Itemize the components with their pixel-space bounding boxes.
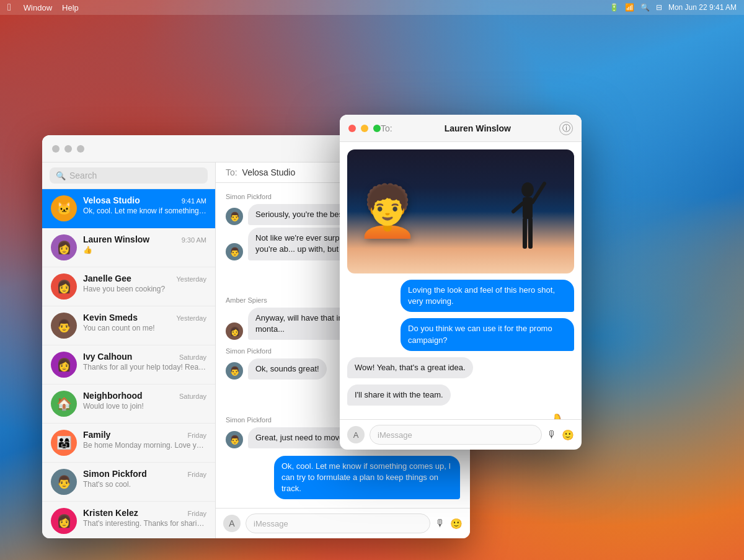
conv-info: Ivy Calhoun Saturday Thanks for all your… bbox=[83, 352, 206, 371]
list-item[interactable]: 🐱 Velosa Studio 9:41 AM Ok, cool. Let me… bbox=[42, 189, 215, 228]
conv-info: Family Friday Be home Monday morning. Lo… bbox=[83, 430, 206, 450]
avatar: 👨 bbox=[51, 469, 77, 495]
input-icons: 🎙 🙂 bbox=[547, 429, 574, 441]
search-input[interactable]: Search bbox=[69, 171, 97, 180]
conv-info: Lauren Winslow 9:30 AM 👍 bbox=[83, 234, 206, 254]
audio-icon[interactable]: 🎙 bbox=[435, 518, 445, 530]
conv-name: Kevin Smeds bbox=[83, 313, 138, 322]
lauren-titlebar: To: Lauren Winslow ⓘ bbox=[340, 115, 582, 142]
window-minimize-button[interactable] bbox=[64, 145, 72, 153]
conv-header: Simon Pickford Friday bbox=[83, 469, 206, 479]
list-item[interactable]: 👨 Simon Pickford Friday That's so cool. bbox=[42, 463, 215, 502]
conv-header: Janelle Gee Yesterday bbox=[83, 273, 206, 283]
avatar: 👨 bbox=[226, 431, 243, 448]
lauren-input-area: A iMessage 🎙 🙂 bbox=[340, 419, 582, 450]
message-bubble: Ok, cool. Let me know if something comes… bbox=[274, 456, 460, 500]
messages-window-lauren: To: Lauren Winslow ⓘ bbox=[340, 115, 582, 450]
lauren-imessage-input[interactable]: iMessage bbox=[370, 425, 542, 445]
conv-info: Kristen Kelez Friday That's interesting.… bbox=[83, 508, 206, 528]
avatar: 👩 bbox=[51, 352, 77, 378]
apple-logo-icon:  bbox=[7, 2, 11, 13]
message-bubble: I'll share it with the team. bbox=[347, 384, 451, 406]
search-menubar-icon[interactable]: 🔍 bbox=[640, 3, 650, 12]
svg-line-4 bbox=[533, 184, 544, 202]
conv-preview: Thanks for all your help today! Really a… bbox=[83, 363, 206, 371]
conv-name: Neighborhood bbox=[83, 391, 143, 401]
conv-info: Velosa Studio 9:41 AM Ok, cool. Let me k… bbox=[83, 195, 206, 215]
conv-time: Friday bbox=[187, 510, 206, 517]
avatar: 👩 bbox=[226, 322, 243, 340]
avatar: 👨 bbox=[51, 313, 77, 339]
menu-bar:  Window Help 🔋 📶 🔍 ⊟ Mon Jun 22 9:41 AM bbox=[0, 0, 744, 15]
window-controls bbox=[52, 145, 84, 153]
list-item[interactable]: 🏠 Neighborhood Saturday Would love to jo… bbox=[42, 384, 215, 424]
silhouette-svg bbox=[506, 177, 549, 273]
conv-name: Velosa Studio bbox=[83, 195, 140, 205]
imessage-placeholder: iMessage bbox=[254, 519, 288, 528]
window-close-button[interactable] bbox=[52, 145, 60, 153]
apps-button[interactable]: A bbox=[347, 426, 365, 443]
list-item[interactable]: 👩 Lauren Winslow 9:30 AM 👍 bbox=[42, 228, 215, 267]
message-bubble: Do you think we can use it for the promo… bbox=[401, 318, 574, 350]
conv-header: Kristen Kelez Friday bbox=[83, 508, 206, 518]
conv-header: Lauren Winslow 9:30 AM bbox=[83, 234, 206, 244]
list-item[interactable]: 👨‍👩‍👧 Family Friday Be home Monday morni… bbox=[42, 424, 215, 463]
conv-time: Saturday bbox=[179, 393, 206, 400]
apps-button[interactable]: A bbox=[223, 515, 241, 532]
conv-info: Simon Pickford Friday That's so cool. bbox=[83, 469, 206, 489]
conv-preview: Be home Monday morning. Love you all! bbox=[83, 441, 206, 450]
emoji-icon[interactable]: 🙂 bbox=[562, 429, 574, 441]
emoji-icon[interactable]: 🙂 bbox=[450, 518, 463, 530]
search-input-wrapper[interactable]: 🔍 Search bbox=[50, 167, 208, 184]
window-close-button[interactable] bbox=[348, 125, 356, 132]
avatar: 👩 bbox=[51, 508, 77, 534]
list-item[interactable]: 👩 Ivy Calhoun Saturday Thanks for all yo… bbox=[42, 345, 215, 384]
conv-info: Neighborhood Saturday Would love to join… bbox=[83, 391, 206, 411]
control-center-icon[interactable]: ⊟ bbox=[656, 3, 662, 12]
list-item[interactable]: 👩 Kristen Kelez Friday That's interestin… bbox=[42, 502, 215, 538]
conv-header: Kevin Smeds Yesterday bbox=[83, 313, 206, 322]
conv-time: Friday bbox=[187, 432, 206, 439]
msg-row: Ok, cool. Let me know if something comes… bbox=[226, 456, 460, 500]
search-bar-container: 🔍 Search bbox=[42, 162, 215, 189]
conversation-list: 🐱 Velosa Studio 9:41 AM Ok, cool. Let me… bbox=[42, 189, 215, 538]
menu-help[interactable]: Help bbox=[62, 3, 79, 12]
window-maximize-button[interactable] bbox=[77, 145, 84, 153]
avatar: 👨‍👩‍👧 bbox=[51, 430, 77, 456]
avatar: 👨 bbox=[226, 362, 243, 380]
audio-icon[interactable]: 🎙 bbox=[547, 429, 557, 441]
wifi-icon: 📶 bbox=[625, 3, 634, 12]
conv-name: Simon Pickford bbox=[83, 469, 147, 479]
lauren-recipient-name: Lauren Winslow bbox=[396, 123, 559, 133]
svg-point-0 bbox=[521, 182, 534, 197]
sidebar: 🔍 Search 🐱 Velosa Studio 9:41 AM Ok, coo… bbox=[42, 162, 216, 538]
conv-preview: That's so cool. bbox=[83, 480, 206, 489]
list-item[interactable]: 👨 Kevin Smeds Yesterday You can count on… bbox=[42, 306, 215, 345]
info-button[interactable]: ⓘ bbox=[559, 122, 573, 135]
list-item[interactable]: 👩 Janelle Gee Yesterday Have you been co… bbox=[42, 267, 215, 306]
avatar: 🐱 bbox=[51, 195, 77, 221]
window-maximize-button[interactable] bbox=[373, 125, 381, 132]
conv-preview: 👍 bbox=[83, 246, 206, 254]
hero-image: 🧑‍🦱 bbox=[347, 149, 574, 273]
conv-time: 9:41 AM bbox=[182, 197, 206, 205]
conv-name: Janelle Gee bbox=[83, 273, 131, 283]
chat-input-icons: 🎙 🙂 bbox=[435, 518, 463, 530]
chat-recipient: Velosa Studio bbox=[242, 167, 296, 177]
message-bubble: Ok, sounds great! bbox=[248, 358, 327, 380]
avatar: 👨 bbox=[226, 208, 243, 225]
conv-time: Friday bbox=[187, 471, 206, 478]
menu-bar-left:  Window Help bbox=[7, 2, 79, 13]
message-bubble: Loving the look and feel of this hero sh… bbox=[401, 280, 574, 312]
conv-header: Ivy Calhoun Saturday bbox=[83, 352, 206, 362]
conv-name: Ivy Calhoun bbox=[83, 352, 132, 362]
menu-bar-right: 🔋 📶 🔍 ⊟ Mon Jun 22 9:41 AM bbox=[609, 3, 737, 12]
lauren-chat: 🧑‍🦱 Loving the look and feel of this her… bbox=[340, 142, 582, 419]
window-minimize-button[interactable] bbox=[361, 125, 368, 132]
imessage-input[interactable]: iMessage bbox=[246, 513, 430, 533]
thumbs-up-emoji: 👍 bbox=[536, 412, 574, 419]
to-label: To: bbox=[381, 123, 392, 133]
chat-input-area: A iMessage 🎙 🙂 bbox=[216, 508, 470, 538]
menu-window[interactable]: Window bbox=[24, 3, 52, 12]
conv-time: Yesterday bbox=[176, 314, 206, 322]
